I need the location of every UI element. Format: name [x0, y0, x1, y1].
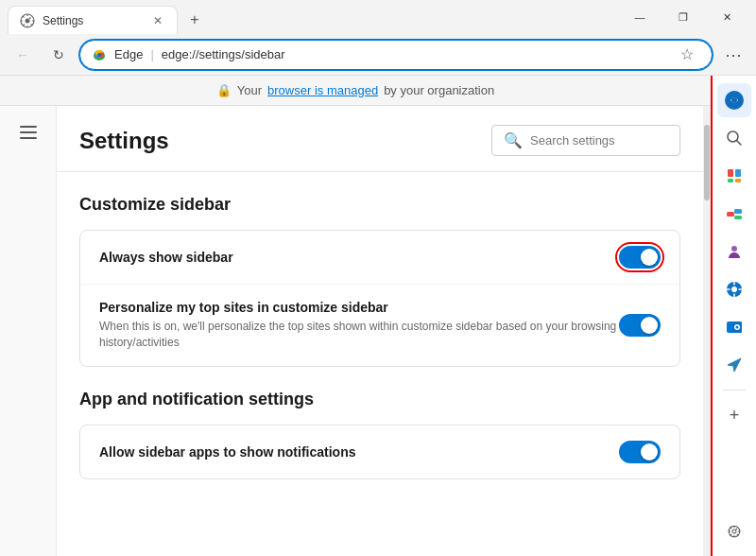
svg-point-1: [26, 18, 30, 23]
window-controls: — ❐ ✕: [618, 3, 748, 31]
more-options-button[interactable]: ⋯: [718, 40, 748, 70]
search-settings-box[interactable]: 🔍: [491, 125, 680, 156]
sidebar-divider: [723, 390, 746, 391]
sidebar-icon-circular[interactable]: [717, 272, 751, 306]
settings-card-sidebar: Always show sidebar: [79, 230, 680, 367]
settings-tab[interactable]: Settings ✕: [8, 6, 178, 34]
always-show-label: Always show sidebar: [99, 250, 619, 265]
svg-point-6: [97, 53, 101, 57]
search-settings-input[interactable]: [530, 133, 668, 148]
svg-rect-7: [20, 126, 37, 128]
favorites-icon[interactable]: ☆: [674, 42, 700, 68]
svg-rect-16: [728, 179, 733, 182]
section-app-notification: App and notification settings Allow side…: [79, 390, 680, 479]
settings-sidebar: [0, 106, 57, 556]
minimize-button[interactable]: —: [618, 3, 662, 31]
toggle-track-on: [619, 246, 661, 269]
scrollbar-track[interactable]: [703, 106, 711, 556]
svg-rect-9: [20, 137, 37, 139]
svg-point-27: [736, 326, 739, 329]
address-input[interactable]: [162, 47, 666, 61]
managed-text-before: Your: [237, 83, 262, 97]
toggle-thumb: [641, 249, 658, 266]
edge-brand-label: Edge: [114, 47, 143, 61]
managed-text-after: by your organization: [384, 83, 494, 97]
svg-point-23: [731, 287, 737, 292]
sidebar-icon-tools[interactable]: [717, 197, 751, 231]
add-icon: +: [730, 407, 740, 424]
settings-row-personalize: Personalize my top sites in customize si…: [80, 285, 679, 366]
svg-rect-19: [734, 209, 742, 214]
section-title-customize: Customize sidebar: [79, 195, 680, 215]
title-bar: Settings ✕ + — ❐ ✕: [0, 0, 756, 34]
sidebar-icon-send[interactable]: [717, 348, 751, 382]
personalize-desc: When this is on, we'll personalize the t…: [99, 319, 619, 351]
settings-row-allow-notifications: Allow sidebar apps to show notifications: [80, 426, 679, 478]
address-bar-row: ← ↻ Edge | ☆ ⋯: [0, 34, 756, 76]
settings-content: Settings 🔍 Customize sidebar: [0, 106, 711, 556]
settings-row-always-show: Always show sidebar: [80, 231, 679, 285]
page-title: Settings: [79, 128, 169, 154]
tab-area: Settings ✕ +: [8, 0, 610, 34]
sidebar-menu-button[interactable]: [9, 113, 47, 151]
toggle-thumb-notifications: [641, 443, 658, 460]
sidebar-icon-search[interactable]: [717, 121, 751, 155]
sidebar-icon-collections[interactable]: [717, 159, 751, 193]
svg-rect-15: [735, 169, 741, 177]
sidebar-settings-button[interactable]: [717, 514, 751, 548]
managed-link[interactable]: browser is managed: [267, 83, 378, 97]
edge-logo-icon: [92, 47, 107, 62]
maximize-button[interactable]: ❐: [662, 3, 705, 31]
settings-main-panel: Settings 🔍 Customize sidebar: [57, 106, 703, 556]
settings-header: Settings 🔍: [57, 106, 703, 172]
toggle-thumb-personalize: [641, 317, 658, 334]
new-tab-button[interactable]: +: [181, 7, 208, 33]
browser-content: 🔒 Your browser is managed by your organi…: [0, 76, 711, 556]
lock-icon: 🔒: [216, 83, 232, 97]
svg-point-29: [732, 530, 736, 533]
sidebar-add-button[interactable]: +: [717, 398, 751, 432]
tab-title: Settings: [43, 14, 143, 27]
settings-card-app: Allow sidebar apps to show notifications: [79, 425, 680, 479]
window-close-button[interactable]: ✕: [705, 3, 748, 31]
svg-rect-14: [728, 169, 733, 177]
settings-body: Customize sidebar Always show sidebar: [57, 172, 703, 525]
personalize-label: Personalize my top sites in customize si…: [99, 300, 619, 315]
edge-right-sidebar: +: [711, 76, 756, 556]
allow-notifications-label: Allow sidebar apps to show notifications: [99, 444, 619, 460]
main-content: 🔒 Your browser is managed by your organi…: [0, 76, 756, 556]
tab-close-button[interactable]: ✕: [150, 13, 165, 28]
scrollbar-thumb[interactable]: [704, 125, 710, 200]
back-button[interactable]: ←: [8, 40, 38, 70]
svg-point-21: [731, 246, 737, 252]
toggle-track-personalize: [619, 314, 661, 337]
allow-notifications-toggle[interactable]: [619, 441, 661, 463]
svg-rect-8: [20, 131, 37, 133]
sidebar-icon-copilot[interactable]: [717, 83, 751, 117]
sidebar-icon-outlook[interactable]: [717, 310, 751, 344]
reload-button[interactable]: ↻: [43, 40, 74, 70]
always-show-toggle[interactable]: [619, 246, 661, 269]
section-title-app-notification: App and notification settings: [79, 390, 680, 409]
settings-tab-icon: [20, 13, 35, 28]
section-customize-sidebar: Customize sidebar Always show sidebar: [79, 195, 680, 367]
address-bar[interactable]: Edge | ☆: [79, 40, 713, 70]
svg-rect-18: [727, 212, 734, 217]
always-show-toggle-wrapper: [619, 246, 661, 269]
svg-point-11: [731, 97, 737, 103]
svg-line-13: [737, 141, 742, 146]
personalize-toggle[interactable]: [619, 314, 661, 337]
toggle-track-notifications: [619, 441, 661, 463]
search-icon: 🔍: [504, 131, 523, 149]
sidebar-icon-persona[interactable]: [717, 235, 751, 269]
svg-rect-20: [734, 216, 742, 219]
managed-banner: 🔒 Your browser is managed by your organi…: [0, 76, 711, 106]
svg-rect-17: [735, 179, 741, 182]
